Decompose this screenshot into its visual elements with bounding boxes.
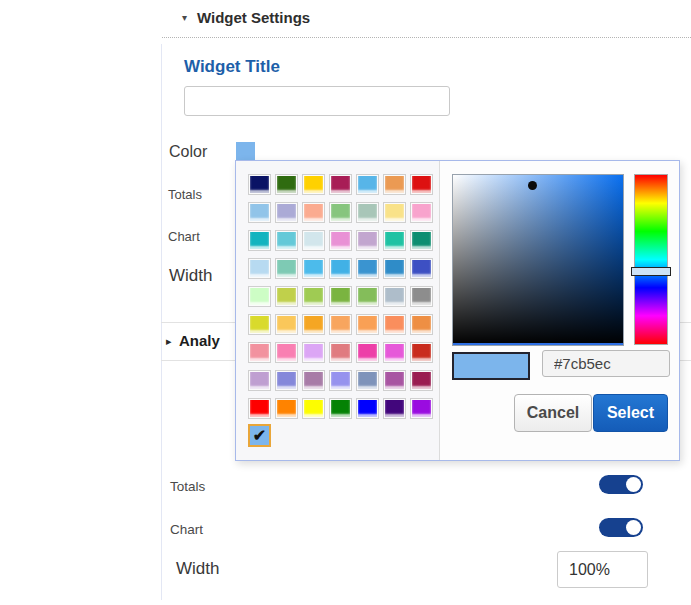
palette-swatch-color [331, 400, 350, 417]
palette-swatch-color [331, 372, 350, 389]
palette-swatch[interactable] [329, 258, 352, 279]
palette-swatch[interactable] [302, 202, 325, 223]
palette-swatch[interactable] [248, 370, 271, 391]
palette-swatch[interactable] [329, 398, 352, 419]
palette-swatch[interactable] [329, 342, 352, 363]
palette-swatch[interactable] [275, 174, 298, 195]
palette-swatch-color [304, 176, 323, 193]
palette-swatch[interactable] [329, 286, 352, 307]
palette-swatch[interactable] [356, 314, 379, 335]
palette-swatch[interactable] [275, 202, 298, 223]
palette-swatch[interactable] [383, 286, 406, 307]
cancel-button[interactable]: Cancel [514, 394, 592, 432]
totals-toggle[interactable] [599, 475, 643, 494]
color-label: Color [169, 143, 207, 161]
palette-swatch[interactable] [275, 258, 298, 279]
palette-swatch[interactable] [275, 342, 298, 363]
chart-toggle[interactable] [599, 518, 643, 537]
palette-swatch-color [304, 232, 323, 249]
palette-swatch[interactable] [410, 202, 433, 223]
palette-swatch[interactable] [329, 174, 352, 195]
palette-swatch[interactable] [275, 314, 298, 335]
palette-swatch-color [304, 288, 323, 305]
toggle-knob [626, 520, 641, 535]
palette-swatch[interactable] [302, 314, 325, 335]
palette-swatch[interactable] [302, 342, 325, 363]
color-swatch[interactable] [236, 142, 255, 160]
palette-swatch[interactable] [248, 230, 271, 251]
palette-swatch[interactable] [248, 342, 271, 363]
palette-swatch[interactable] [302, 370, 325, 391]
hex-input[interactable] [542, 350, 670, 377]
palette-swatch-color [412, 260, 431, 277]
palette-swatch[interactable] [383, 314, 406, 335]
palette-swatch[interactable] [410, 230, 433, 251]
width-input[interactable] [557, 551, 648, 588]
palette-swatch[interactable] [356, 258, 379, 279]
palette-swatch[interactable] [383, 370, 406, 391]
palette-swatch-color [331, 260, 350, 277]
palette-swatch[interactable] [410, 258, 433, 279]
widget-title-input[interactable] [184, 86, 450, 116]
palette-swatch[interactable] [302, 258, 325, 279]
palette-swatch[interactable] [329, 370, 352, 391]
palette-swatch[interactable] [383, 230, 406, 251]
collapse-triangle-icon[interactable]: ▾ [182, 12, 187, 23]
palette-swatch[interactable] [356, 342, 379, 363]
widget-settings-header[interactable]: Widget Settings [197, 9, 310, 26]
saturation-marker[interactable] [528, 181, 537, 190]
palette-swatch-color [250, 400, 269, 417]
palette-swatch[interactable] [275, 398, 298, 419]
palette-swatch[interactable] [410, 314, 433, 335]
palette-swatch[interactable] [383, 398, 406, 419]
palette-swatch[interactable] [356, 286, 379, 307]
expand-triangle-icon[interactable]: ▸ [166, 335, 172, 348]
palette-swatch[interactable] [302, 230, 325, 251]
palette-swatch[interactable] [275, 286, 298, 307]
palette-swatch[interactable] [383, 202, 406, 223]
saturation-square[interactable] [452, 174, 624, 346]
palette-swatch[interactable] [383, 174, 406, 195]
palette-swatch[interactable] [410, 398, 433, 419]
palette-swatch[interactable] [356, 398, 379, 419]
palette-swatch-color [412, 232, 431, 249]
palette-swatch[interactable] [275, 230, 298, 251]
totals-label: Totals [170, 479, 205, 494]
palette-swatch[interactable] [329, 230, 352, 251]
palette-swatch[interactable] [383, 258, 406, 279]
palette-swatch[interactable] [302, 398, 325, 419]
palette-swatch[interactable] [248, 398, 271, 419]
palette-swatch[interactable] [356, 370, 379, 391]
palette-swatch[interactable] [356, 230, 379, 251]
palette-swatch[interactable] [248, 314, 271, 335]
palette-grid [248, 174, 433, 419]
palette-swatch[interactable] [329, 202, 352, 223]
palette-swatch[interactable] [410, 370, 433, 391]
palette-swatch[interactable] [248, 286, 271, 307]
hue-slider-handle[interactable] [631, 267, 671, 276]
palette-swatch[interactable] [329, 314, 352, 335]
palette-swatch[interactable] [356, 174, 379, 195]
analysis-section-header[interactable]: Analy [179, 332, 220, 349]
chart-label: Chart [170, 522, 203, 537]
selected-swatch[interactable]: ✔ [248, 424, 271, 447]
palette-swatch-color [412, 344, 431, 361]
palette-swatch[interactable] [356, 202, 379, 223]
palette-swatch[interactable] [248, 202, 271, 223]
palette-swatch[interactable] [383, 342, 406, 363]
palette-swatch[interactable] [275, 370, 298, 391]
palette-swatch[interactable] [410, 174, 433, 195]
palette-swatch-color [277, 316, 296, 333]
palette-swatch[interactable] [302, 174, 325, 195]
select-button[interactable]: Select [593, 394, 668, 432]
palette-swatch[interactable] [410, 342, 433, 363]
palette-swatch[interactable] [248, 174, 271, 195]
palette-swatch[interactable] [410, 286, 433, 307]
palette-swatch-color [277, 288, 296, 305]
hue-slider[interactable] [634, 174, 668, 345]
palette-swatch-color [304, 316, 323, 333]
palette-swatch[interactable] [302, 286, 325, 307]
widget-settings-page: ▾ Widget Settings Widget Title Color Tot… [0, 0, 691, 605]
palette-swatch[interactable] [248, 258, 271, 279]
palette-swatch-color [385, 260, 404, 277]
